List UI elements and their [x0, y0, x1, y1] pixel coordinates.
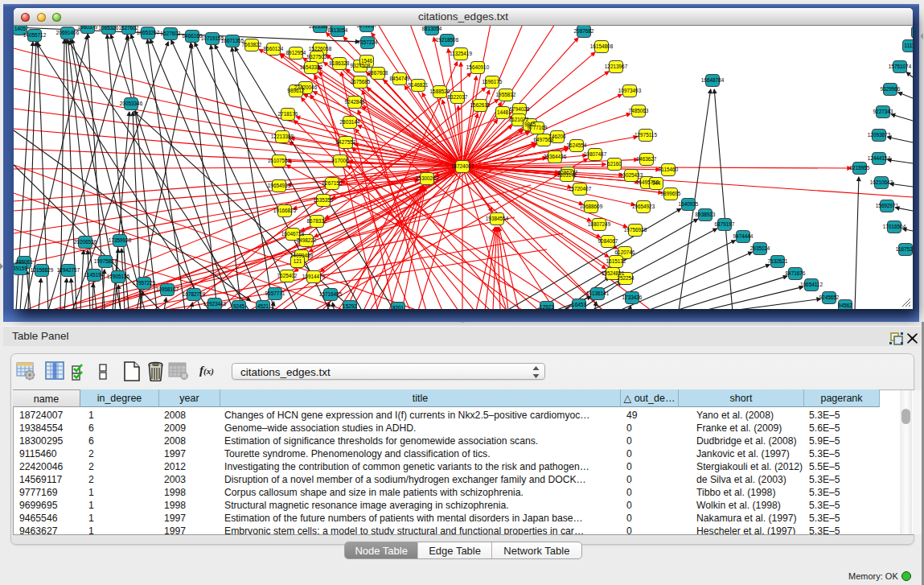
svg-text:1405: 1405 — [14, 26, 27, 31]
svg-text:17957225: 17957225 — [133, 280, 156, 286]
svg-text:10914479: 10914479 — [302, 274, 326, 279]
svg-text:10654112: 10654112 — [800, 282, 823, 287]
svg-text:16453: 16453 — [572, 302, 586, 307]
svg-text:2803144: 2803144 — [340, 119, 360, 125]
svg-text:9084067: 9084067 — [598, 238, 618, 244]
svg-text:7357224: 7357224 — [358, 39, 378, 45]
svg-text:2087682: 2087682 — [574, 28, 594, 34]
svg-text:17016504: 17016504 — [883, 224, 906, 229]
svg-text:6497568: 6497568 — [534, 137, 554, 142]
svg-text:9657771: 9657771 — [265, 290, 285, 296]
svg-text:2867608: 2867608 — [368, 70, 388, 76]
svg-text:10958107: 10958107 — [156, 286, 179, 292]
svg-text:1111: 1111 — [905, 43, 913, 48]
svg-text:19218506: 19218506 — [436, 37, 459, 43]
svg-text:1546: 1546 — [361, 58, 373, 64]
svg-text:12444154: 12444154 — [868, 155, 891, 161]
svg-text:16154808: 16154808 — [590, 43, 614, 49]
svg-text:3624554: 3624554 — [567, 142, 587, 148]
svg-text:8201: 8201 — [392, 305, 405, 309]
svg-text:17359928: 17359928 — [109, 237, 132, 243]
svg-text:885081: 885081 — [15, 259, 33, 265]
svg-text:10807487: 10807487 — [584, 151, 607, 157]
svg-text:9474444: 9474444 — [733, 233, 754, 239]
svg-text:14136141: 14136141 — [586, 290, 610, 296]
svg-text:19654923: 19654923 — [632, 204, 655, 209]
svg-text:1733426: 1733426 — [622, 295, 643, 300]
svg-text:1696175: 1696175 — [483, 79, 503, 84]
svg-text:1167533: 1167533 — [896, 246, 913, 252]
svg-text:15226058: 15226058 — [309, 46, 332, 51]
svg-text:16210643: 16210643 — [870, 179, 893, 185]
svg-text:20053346: 20053346 — [120, 101, 143, 106]
svg-text:16107553: 16107553 — [268, 158, 291, 163]
svg-text:15692971: 15692971 — [876, 203, 899, 208]
svg-text:10688609: 10688609 — [580, 204, 603, 209]
svg-text:7625402: 7625402 — [277, 273, 298, 278]
svg-text:5972257: 5972257 — [357, 26, 377, 28]
svg-text:1448: 1448 — [497, 109, 509, 115]
svg-text:10025433: 10025433 — [620, 172, 643, 178]
svg-text:15751074: 15751074 — [889, 64, 912, 69]
svg-text:8813054: 8813054 — [328, 27, 348, 33]
svg-text:1960379: 1960379 — [78, 26, 98, 30]
svg-text:9245652: 9245652 — [819, 295, 840, 300]
svg-text:9329966: 9329966 — [881, 86, 901, 92]
svg-text:8215955: 8215955 — [850, 165, 870, 171]
svg-text:15292: 15292 — [343, 303, 357, 309]
svg-text:16543382: 16543382 — [300, 64, 323, 70]
svg-text:18807249: 18807249 — [588, 221, 611, 227]
svg-text:20691406: 20691406 — [56, 30, 80, 35]
svg-text:25300263: 25300263 — [416, 175, 439, 181]
svg-text:16671355: 16671355 — [221, 38, 244, 43]
svg-text:6466160: 6466160 — [183, 33, 203, 39]
svg-text:12093873: 12093873 — [868, 132, 891, 138]
svg-text:2718176: 2718176 — [278, 111, 298, 117]
svg-text:9115460: 9115460 — [659, 167, 679, 172]
svg-text:15640910: 15640910 — [466, 64, 490, 70]
svg-text:20206536: 20206536 — [74, 239, 97, 245]
svg-text:989612: 989612 — [287, 88, 305, 93]
svg-text:14055712: 14055712 — [23, 32, 47, 38]
svg-text:12156829: 12156829 — [31, 267, 54, 273]
svg-text:9777169: 9777169 — [528, 125, 548, 130]
svg-text:8322037: 8322037 — [448, 94, 468, 100]
svg-text:11325419: 11325419 — [450, 51, 472, 56]
svg-text:6794028: 6794028 — [510, 106, 530, 112]
svg-text:9463627: 9463627 — [637, 156, 657, 162]
svg-text:1145194: 1145194 — [84, 272, 105, 278]
svg-text:1527602: 1527602 — [161, 31, 181, 36]
svg-text:9146821: 9146821 — [409, 82, 429, 88]
svg-text:62160: 62160 — [607, 161, 622, 167]
svg-text:9899695: 9899695 — [661, 191, 681, 196]
svg-text:9245: 9245 — [233, 303, 245, 309]
svg-text:8186328: 8186328 — [330, 60, 350, 66]
svg-text:944: 944 — [652, 180, 661, 186]
svg-text:19384554: 19384554 — [486, 216, 509, 221]
svg-text:9242848: 9242848 — [345, 99, 365, 105]
svg-text:12975115: 12975115 — [634, 132, 657, 138]
svg-text:2935114: 2935114 — [750, 245, 770, 251]
svg-text:1562615: 1562615 — [470, 102, 491, 108]
svg-text:94562: 94562 — [838, 303, 852, 308]
svg-text:19756928: 19756928 — [624, 227, 647, 233]
svg-text:8267150: 8267150 — [322, 180, 343, 186]
svg-text:16648784: 16648784 — [701, 77, 725, 83]
svg-text:9227343: 9227343 — [873, 109, 893, 114]
svg-text:19166825: 19166825 — [273, 208, 297, 213]
svg-text:20364436: 20364436 — [544, 154, 567, 159]
svg-text:1615132: 1615132 — [606, 258, 626, 264]
svg-text:14099489: 14099489 — [290, 253, 314, 258]
svg-text:121: 121 — [294, 258, 302, 264]
svg-text:8660124: 8660124 — [264, 46, 284, 51]
svg-text:15716485: 15716485 — [319, 291, 343, 297]
svg-text:12942757: 12942757 — [57, 267, 80, 273]
svg-text:7632621: 7632621 — [768, 258, 788, 264]
svg-text:8813054: 8813054 — [422, 26, 442, 31]
svg-text:8427552: 8427552 — [336, 139, 356, 145]
svg-text:12213967: 12213967 — [605, 64, 628, 69]
svg-text:8912954: 8912954 — [286, 50, 306, 56]
svg-text:8938923: 8938923 — [696, 212, 716, 217]
svg-text:8678332: 8678332 — [307, 218, 327, 224]
svg-text:16046738: 16046738 — [281, 231, 305, 237]
